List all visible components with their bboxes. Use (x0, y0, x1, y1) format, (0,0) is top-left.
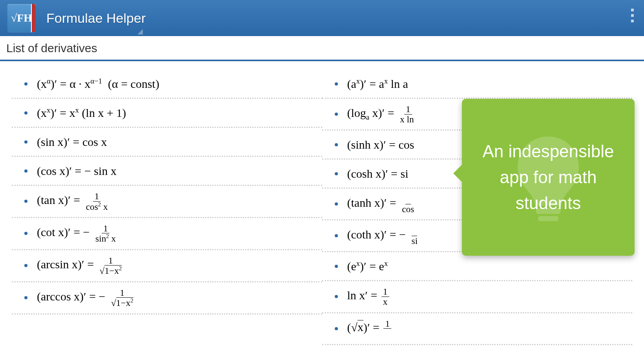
formula-text: (sin x)′ = cos x (37, 136, 107, 148)
formula-row[interactable]: (cot x)′ = − 1sin2 x (12, 218, 322, 250)
formula-row[interactable]: (tan x)′ = 1cos2 x (12, 186, 322, 218)
dropdown-indicator-icon[interactable] (137, 29, 143, 35)
formula-text: (√x)′ = 1 (347, 319, 393, 338)
formula-row[interactable]: (cos x)′ = − sin x (12, 157, 322, 186)
formula-text: (ex)′ = ex (347, 260, 388, 272)
formula-text: (sinh x)′ = cos (347, 139, 414, 151)
formula-text: (coth x)′ = − si (347, 226, 421, 246)
callout-text: An indespensible app for math students (470, 138, 627, 216)
formula-text: (cos x)′ = − sin x (37, 165, 117, 177)
formula-text: (tan x)′ = 1cos2 x (37, 191, 111, 211)
app-header: √FH Formulae Helper (0, 0, 644, 36)
page-title: List of derivatives (0, 36, 644, 60)
formula-row[interactable]: (ex)′ = ex (322, 252, 633, 281)
formula-text: (xx)′ = xx (ln x + 1) (37, 107, 126, 119)
formula-text: (arccos x)′ = − 1√1−x2 (37, 288, 136, 308)
formula-text: (tanh x)′ = cos (347, 194, 417, 214)
formula-text: (arcsin x)′ = 1√1−x2 (37, 256, 124, 276)
app-logo-text: √FH (11, 12, 32, 24)
formula-text: ln x′ = 1x (347, 287, 390, 306)
formula-text: (xα)′ = α · xα−1 (α = const) (37, 78, 159, 90)
overflow-menu-icon[interactable] (631, 9, 634, 22)
app-logo-icon[interactable]: √FH (7, 4, 36, 33)
formula-text: (cot x)′ = − 1sin2 x (37, 224, 119, 244)
formula-row[interactable]: (√x)′ = 1 (322, 313, 633, 345)
promo-callout: An indespensible app for math students (462, 99, 635, 256)
formula-row[interactable]: (arcsin x)′ = 1√1−x2 (12, 250, 322, 282)
formula-text: (loga x)′ = 1x ln (347, 104, 419, 124)
formula-text: (cosh x)′ = si (347, 168, 409, 180)
svg-rect-1 (538, 216, 558, 221)
formula-text: (ax)′ = ax ln a (347, 78, 408, 90)
formula-row[interactable]: (arccos x)′ = − 1√1−x2 (12, 282, 322, 315)
app-title[interactable]: Formulae Helper (46, 11, 146, 26)
formula-row[interactable]: (xα)′ = α · xα−1 (α = const) (12, 70, 322, 99)
formula-column-left: (xα)′ = α · xα−1 (α = const)(xx)′ = xx (… (12, 70, 322, 353)
formula-row[interactable]: (xx)′ = xx (ln x + 1) (12, 99, 322, 128)
formula-row[interactable]: (sin x)′ = cos x (12, 128, 322, 157)
formula-row[interactable]: (ax)′ = ax ln a (322, 70, 633, 99)
formula-row[interactable]: ln x′ = 1x (322, 281, 633, 313)
